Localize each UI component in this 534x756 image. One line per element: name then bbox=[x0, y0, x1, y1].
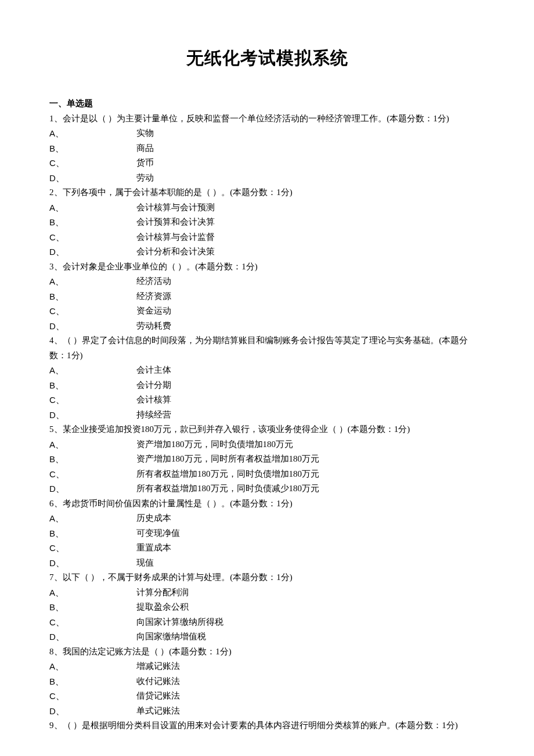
option-row: A、会计主体 bbox=[49, 363, 485, 378]
question-stem: 1、会计是以（ ）为主要计量单位，反映和监督一个单位经济活动的一种经济管理工作。… bbox=[49, 111, 485, 127]
question-stem: 9、（ ）是根据明细分类科目设置的用来对会计要素的具体内容进行明细分类核算的账户… bbox=[49, 718, 485, 733]
option-row: D、劳动 bbox=[49, 171, 485, 186]
option-row: D、会计分析和会计决策 bbox=[49, 244, 485, 260]
question-stem: 3、会计对象是企业事业单位的（ ）。(本题分数：1分) bbox=[49, 260, 485, 275]
option-label: D、 bbox=[49, 319, 136, 334]
option-row: A、历史成本 bbox=[49, 511, 485, 526]
option-row: D、劳动耗费 bbox=[49, 319, 485, 334]
option-label: D、 bbox=[49, 481, 136, 496]
option-label: D、 bbox=[49, 408, 136, 423]
option-label: C、 bbox=[49, 615, 136, 630]
option-text: 会计核算 bbox=[136, 393, 485, 408]
option-label: A、 bbox=[49, 200, 136, 215]
option-label: D、 bbox=[49, 629, 136, 645]
option-text: 会计分析和会计决策 bbox=[136, 244, 485, 260]
option-label: A、 bbox=[49, 585, 136, 600]
option-row: B、会计预算和会计决算 bbox=[49, 215, 485, 230]
question-stem: 7、以下（ ），不属于财务成果的计算与处理。(本题分数：1分) bbox=[49, 570, 485, 585]
option-text: 重置成本 bbox=[136, 541, 485, 556]
option-label: A、 bbox=[49, 126, 136, 141]
option-text: 历史成本 bbox=[136, 511, 485, 526]
option-row: B、可变现净值 bbox=[49, 526, 485, 541]
option-text: 所有者权益增加180万元，同时负债减少180万元 bbox=[136, 481, 485, 496]
option-text: 借贷记账法 bbox=[136, 689, 485, 704]
question-stem: 2、下列各项中，属于会计基本职能的是（ ）。(本题分数：1分) bbox=[49, 185, 485, 200]
option-text: 向国家缴纳增值税 bbox=[136, 629, 485, 645]
option-label: B、 bbox=[49, 452, 136, 467]
option-row: C、所有者权益增加180万元，同时负债增加180万元 bbox=[49, 467, 485, 482]
option-text: 货币 bbox=[136, 156, 485, 171]
option-row: B、收付记账法 bbox=[49, 674, 485, 689]
option-row: D、所有者权益增加180万元，同时负债减少180万元 bbox=[49, 481, 485, 496]
option-text: 持续经营 bbox=[136, 408, 485, 423]
question-stem: 6、考虑货币时间价值因素的计量属性是（ ）。(本题分数：1分) bbox=[49, 496, 485, 512]
option-row: A、增减记账法 bbox=[49, 659, 485, 674]
option-text: 会计核算与会计监督 bbox=[136, 230, 485, 245]
option-text: 劳动 bbox=[136, 171, 485, 186]
option-label: D、 bbox=[49, 556, 136, 571]
option-text: 经济资源 bbox=[136, 289, 485, 304]
option-row: D、单式记账法 bbox=[49, 704, 485, 719]
option-text: 劳动耗费 bbox=[136, 319, 485, 334]
option-label: C、 bbox=[49, 393, 136, 408]
option-label: B、 bbox=[49, 141, 136, 156]
option-label: B、 bbox=[49, 600, 136, 615]
option-label: D、 bbox=[49, 704, 136, 719]
option-text: 可变现净值 bbox=[136, 526, 485, 541]
option-label: B、 bbox=[49, 378, 136, 393]
option-label: B、 bbox=[49, 215, 136, 230]
option-label: C、 bbox=[49, 156, 136, 171]
option-label: D、 bbox=[49, 171, 136, 186]
option-text: 现值 bbox=[136, 556, 485, 571]
option-row: C、会计核算与会计监督 bbox=[49, 230, 485, 245]
option-row: D、向国家缴纳增值税 bbox=[49, 629, 485, 645]
option-label: C、 bbox=[49, 304, 136, 319]
option-text: 向国家计算缴纳所得税 bbox=[136, 615, 485, 630]
option-label: B、 bbox=[49, 674, 136, 689]
option-text: 所有者权益增加180万元，同时负债增加180万元 bbox=[136, 467, 485, 482]
option-row: B、商品 bbox=[49, 141, 485, 156]
option-row: C、重置成本 bbox=[49, 541, 485, 556]
option-row: C、向国家计算缴纳所得税 bbox=[49, 615, 485, 630]
option-text: 资金运动 bbox=[136, 304, 485, 319]
option-label: C、 bbox=[49, 541, 136, 556]
option-label: A、 bbox=[49, 511, 136, 526]
option-label: A、 bbox=[49, 274, 136, 289]
option-text: 会计核算与会计预测 bbox=[136, 200, 485, 215]
option-row: C、借贷记账法 bbox=[49, 689, 485, 704]
option-row: B、提取盈余公积 bbox=[49, 600, 485, 615]
option-row: A、资产增加180万元，同时负债增加180万元 bbox=[49, 437, 485, 452]
option-text: 会计主体 bbox=[136, 363, 485, 378]
option-label: A、 bbox=[49, 437, 136, 452]
option-label: C、 bbox=[49, 230, 136, 245]
option-row: C、会计核算 bbox=[49, 393, 485, 408]
option-label: A、 bbox=[49, 659, 136, 674]
option-text: 会计预算和会计决算 bbox=[136, 215, 485, 230]
option-row: B、经济资源 bbox=[49, 289, 485, 304]
question-stem: 5、某企业接受追加投资180万元，款已到并存入银行，该项业务使得企业（ ）(本题… bbox=[49, 422, 485, 437]
option-label: A、 bbox=[49, 363, 136, 378]
option-text: 单式记账法 bbox=[136, 704, 485, 719]
option-text: 会计分期 bbox=[136, 378, 485, 393]
page-content: 无纸化考试模拟系统 一、单选题 1、会计是以（ ）为主要计量单位，反映和监督一个… bbox=[0, 0, 534, 756]
option-label: B、 bbox=[49, 526, 136, 541]
option-row: B、会计分期 bbox=[49, 378, 485, 393]
option-row: A、实物 bbox=[49, 126, 485, 141]
option-text: 资产增加180万元，同时所有者权益增加180万元 bbox=[136, 452, 485, 467]
option-row: A、计算分配利润 bbox=[49, 585, 485, 600]
option-row: C、资金运动 bbox=[49, 304, 485, 319]
option-text: 计算分配利润 bbox=[136, 585, 485, 600]
option-row: D、现值 bbox=[49, 556, 485, 571]
question-stem: 4、（ ）界定了会计信息的时间段落，为分期结算账目和编制账务会计报告等莫定了理论… bbox=[49, 333, 485, 363]
option-row: A、会计核算与会计预测 bbox=[49, 200, 485, 215]
option-row: D、持续经营 bbox=[49, 408, 485, 423]
option-label: C、 bbox=[49, 467, 136, 482]
option-label: C、 bbox=[49, 689, 136, 704]
option-text: 提取盈余公积 bbox=[136, 600, 485, 615]
option-text: 收付记账法 bbox=[136, 674, 485, 689]
option-text: 增减记账法 bbox=[136, 659, 485, 674]
option-label: D、 bbox=[49, 244, 136, 260]
option-text: 实物 bbox=[136, 126, 485, 141]
question-stem: 8、我国的法定记账方法是（ ）(本题分数：1分) bbox=[49, 645, 485, 660]
option-text: 经济活动 bbox=[136, 274, 485, 289]
